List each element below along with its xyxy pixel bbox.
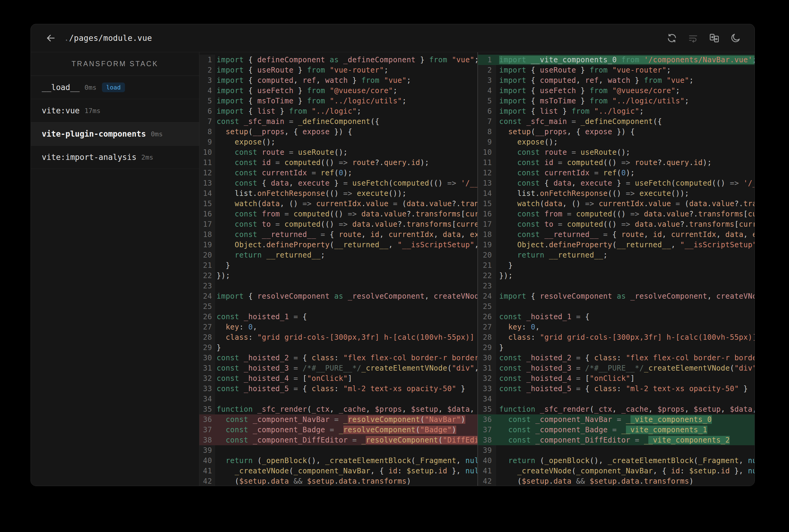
- line-number: 20: [478, 250, 496, 260]
- line-number: 9: [478, 137, 496, 147]
- code-line: 2import { useRoute } from "vue-router";: [478, 65, 754, 75]
- code-text: [496, 445, 754, 456]
- code-text: const to = computed(() => data.value?.tr…: [496, 219, 754, 229]
- code-text: ($setup.data && $setup.data.transforms): [215, 476, 477, 486]
- line-number: 36: [478, 414, 496, 425]
- line-number: 40: [199, 456, 215, 466]
- code-text: const __returned__ = { route, id, curren…: [215, 229, 477, 240]
- line-number: 37: [199, 425, 215, 435]
- file-path: ./pages/module.vue: [64, 34, 152, 43]
- code-text: const _hoisted_3 = /*#__PURE__*/_createE…: [215, 363, 477, 373]
- code-text: const _hoisted_5 = { class: "ml-2 text-x…: [496, 384, 754, 394]
- refresh-icon: [666, 33, 677, 43]
- code-panel-before[interactable]: 1import { defineComponent as _defineComp…: [199, 52, 477, 486]
- code-text: [215, 394, 477, 404]
- line-number: 18: [199, 229, 215, 240]
- code-line: 13 const { data, execute } = useFetch(co…: [199, 178, 477, 188]
- code-line: 34: [199, 394, 477, 404]
- line-number: 7: [199, 116, 215, 127]
- line-number: 8: [478, 127, 496, 137]
- code-text: const from = computed(() => data.value?.…: [215, 209, 477, 219]
- word-wrap-button[interactable]: [686, 31, 700, 45]
- inspect-window: ./pages/module.vue: [31, 24, 755, 486]
- code-text: return (_openBlock(), _createElementBloc…: [215, 456, 477, 466]
- code-text: const _sfc_main = _defineComponent({: [215, 116, 477, 127]
- code-line: 21 }: [478, 260, 754, 270]
- code-text: watch(data, () => currentIdx.value = (da…: [496, 198, 754, 209]
- line-number: 13: [478, 178, 496, 188]
- code-text: const route = useRoute();: [496, 147, 754, 157]
- code-text: const _hoisted_4 = ["onClick"]: [496, 373, 754, 384]
- code-text: });: [496, 270, 754, 281]
- line-number: 6: [199, 106, 215, 116]
- code-text: expose();: [496, 137, 754, 147]
- refresh-button[interactable]: [665, 31, 679, 45]
- line-number: 26: [199, 312, 215, 322]
- back-arrow-icon: [45, 32, 57, 44]
- code-line: 41 _createVNode(_component_NavBar, { id:…: [478, 466, 754, 476]
- line-number: 33: [478, 384, 496, 394]
- compare-panes-button[interactable]: [707, 31, 721, 45]
- file-path-prefix: .: [64, 34, 69, 43]
- code-text: }: [496, 342, 754, 353]
- plugin-time: 0ms: [85, 84, 96, 91]
- code-line: 23: [199, 281, 477, 291]
- code-line: 4import { useFetch } from "@vueuse/core"…: [199, 86, 477, 96]
- line-number: 17: [199, 219, 215, 229]
- line-number: 24: [478, 291, 496, 301]
- transform-stack-item[interactable]: vite:import-analysis2ms: [31, 146, 199, 169]
- code-line-added: 37 const _component_Badge = __vite_compo…: [478, 425, 754, 435]
- code-text: import { msToTime } from "../logic/utils…: [215, 96, 477, 106]
- plugin-name: vite:vue: [42, 106, 79, 115]
- code-line: 20 return __returned__;: [199, 250, 477, 260]
- code-line: 42 ($setup.data && $setup.data.transform…: [478, 476, 754, 486]
- line-number: 6: [478, 106, 496, 116]
- code-line: 10 const route = useRoute();: [199, 147, 477, 157]
- transform-stack-item[interactable]: __load__0msload: [31, 76, 199, 99]
- line-number: 23: [199, 281, 215, 291]
- code-text: const _hoisted_2 = { class: "flex flex-c…: [215, 353, 477, 363]
- transform-stack-sidebar: TRANSFORM STACK __load__0msloadvite:vue1…: [31, 52, 199, 486]
- code-line: 32const _hoisted_4 = ["onClick"]: [199, 373, 477, 384]
- code-panel-after[interactable]: 1import __vite_components_0 from '/compo…: [478, 52, 754, 486]
- code-text: const _hoisted_3 = /*#__PURE__*/_createE…: [496, 363, 754, 373]
- line-number: 30: [199, 353, 215, 363]
- code-line: 21 }: [199, 260, 477, 270]
- code-line-removed: 37 const _component_Badge = _resolveComp…: [199, 425, 477, 435]
- transform-stack-item[interactable]: vite-plugin-components0ms: [31, 122, 199, 146]
- line-number: 4: [478, 86, 496, 96]
- code-line: 19 Object.defineProperty(__returned__, "…: [478, 240, 754, 250]
- code-text: import { useRoute } from "vue-router";: [215, 65, 477, 75]
- line-number: 16: [199, 209, 215, 219]
- line-number: 15: [199, 198, 215, 209]
- theme-toggle-button[interactable]: [729, 31, 742, 45]
- code-line: 2import { useRoute } from "vue-router";: [199, 65, 477, 75]
- code-text: const _hoisted_1 = {: [496, 312, 754, 322]
- code-text: [215, 301, 477, 312]
- code-line: 39: [199, 445, 477, 456]
- transform-stack-item[interactable]: vite:vue17ms: [31, 99, 199, 122]
- back-button[interactable]: [44, 32, 57, 45]
- code-line: 4import { useFetch } from "@vueuse/core"…: [478, 86, 754, 96]
- code-text: const id = computed(() => route?.query.i…: [496, 157, 754, 168]
- line-number: 10: [199, 147, 215, 157]
- code-text: }: [496, 260, 754, 270]
- code-line: 27 key: 0,: [478, 322, 754, 332]
- line-number: 25: [478, 301, 496, 312]
- line-number: 4: [199, 86, 215, 96]
- code-line: 11 const id = computed(() => route?.quer…: [478, 157, 754, 168]
- code-line: 23: [478, 281, 754, 291]
- code-line: 18 const __returned__ = { route, id, cur…: [199, 229, 477, 240]
- code-text: import { resolveComponent as _resolveCom…: [496, 291, 754, 301]
- code-line: 22});: [199, 270, 477, 281]
- code-text: import { computed, ref, watch } from "vu…: [215, 75, 477, 86]
- file-path-main: /pages/module.vue: [69, 34, 152, 43]
- code-text: }: [215, 342, 477, 353]
- line-number: 5: [199, 96, 215, 106]
- code-line: 41 _createVNode(_component_NavBar, { id:…: [199, 466, 477, 476]
- code-line: 14 list.onFetchResponse(() => execute())…: [478, 188, 754, 198]
- line-number: 27: [478, 322, 496, 332]
- code-line: 5import { msToTime } from "../logic/util…: [199, 96, 477, 106]
- code-text: import __vite_components_0 from '/compon…: [496, 55, 754, 65]
- code-line: 13 const { data, execute } = useFetch(co…: [478, 178, 754, 188]
